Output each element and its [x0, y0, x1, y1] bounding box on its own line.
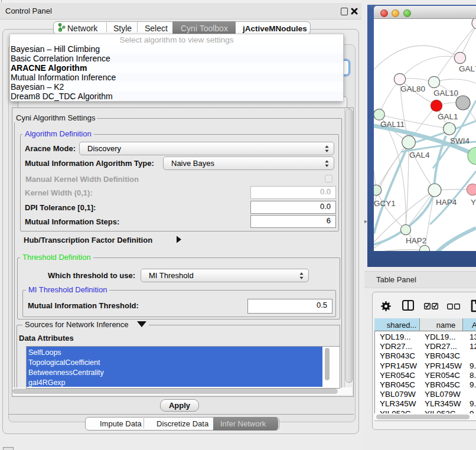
svg-text:SWI4: SWI4: [450, 136, 470, 145]
svg-text:HAP2: HAP2: [406, 236, 426, 245]
svg-text:Y: Y: [471, 198, 476, 207]
svg-text:GAL7: GAL7: [459, 64, 476, 73]
svg-text:GAL4: GAL4: [409, 151, 430, 159]
svg-text:HAP4: HAP4: [436, 198, 457, 207]
svg-text:GAL11: GAL11: [380, 120, 405, 129]
svg-text:GAL80: GAL80: [400, 84, 425, 93]
svg-text:GAL1: GAL1: [438, 112, 458, 121]
svg-text:GCY1: GCY1: [374, 199, 396, 208]
svg-text:GAL10: GAL10: [433, 89, 458, 97]
